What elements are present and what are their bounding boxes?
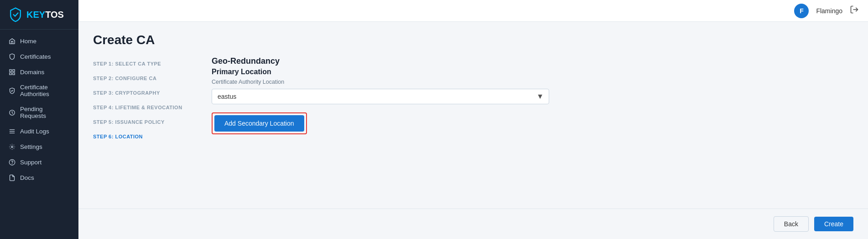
sidebar-item-support[interactable]: Support: [0, 154, 78, 170]
step-1: STEP 1: SELECT CA TYPE: [93, 56, 184, 71]
sidebar-item-docs[interactable]: Docs: [0, 170, 78, 185]
sidebar-item-label: Certificates: [20, 53, 51, 60]
sidebar-item-audit-logs[interactable]: Audit Logs: [0, 123, 78, 139]
clock-icon: [8, 109, 16, 116]
main-content: F Flamingo Create CA STEP 1: SELECT CA T…: [78, 0, 868, 239]
step-6: STEP 6: LOCATION: [93, 129, 184, 144]
svg-rect-2: [9, 72, 11, 74]
sidebar-item-home[interactable]: Home: [0, 33, 78, 49]
add-secondary-highlight-border: Add Secondary Location: [212, 112, 307, 134]
form-layout: STEP 1: SELECT CA TYPE STEP 2: CONFIGURE…: [93, 56, 853, 144]
form-section: Geo-Redundancy Primary Location Certific…: [212, 56, 558, 144]
logout-icon[interactable]: [850, 5, 859, 16]
sidebar-item-label: Pending Requests: [20, 106, 70, 119]
sidebar-item-certificate-authorities[interactable]: Certificate Authorities: [0, 80, 78, 102]
gear-icon: [8, 143, 16, 150]
topbar: F Flamingo: [78, 0, 868, 22]
field-label: Certificate Authority Location: [212, 79, 558, 85]
logo: KEYTOS: [0, 0, 78, 30]
steps-column: STEP 1: SELECT CA TYPE STEP 2: CONFIGURE…: [93, 56, 184, 144]
shield-icon: [8, 53, 16, 60]
subsection-title: Primary Location: [212, 68, 558, 76]
home-icon: [8, 37, 16, 45]
sidebar-item-domains[interactable]: Domains: [0, 64, 78, 80]
page-content: Create CA STEP 1: SELECT CA TYPE STEP 2:…: [78, 22, 868, 208]
sidebar-item-label: Domains: [20, 69, 44, 76]
svg-rect-0: [9, 69, 11, 71]
section-title: Geo-Redundancy: [212, 56, 558, 66]
step-4: STEP 4: LIFETIME & REVOCATION: [93, 100, 184, 115]
sidebar-item-label: Certificate Authorities: [20, 84, 70, 97]
add-secondary-location-button[interactable]: Add Secondary Location: [214, 115, 304, 132]
back-button[interactable]: Back: [774, 216, 809, 232]
sidebar-item-label: Docs: [20, 174, 34, 181]
location-select[interactable]: eastus westus eastus2 westus2 centralus …: [212, 89, 549, 104]
logo-text: KEYTOS: [26, 10, 64, 20]
step-2: STEP 2: CONFIGURE CA: [93, 71, 184, 86]
sidebar-item-certificates[interactable]: Certificates: [0, 49, 78, 64]
bottom-actions: Back Create: [78, 208, 868, 239]
svg-rect-3: [12, 72, 14, 74]
svg-point-8: [11, 146, 13, 147]
svg-point-10: [12, 163, 12, 164]
sidebar-item-label: Home: [20, 38, 36, 45]
location-select-wrapper: eastus westus eastus2 westus2 centralus …: [212, 89, 549, 104]
page-title: Create CA: [93, 33, 853, 47]
help-icon: [8, 158, 16, 166]
create-button[interactable]: Create: [814, 217, 853, 231]
svg-rect-1: [12, 69, 14, 71]
step-3: STEP 3: CRYPTOGRAPHY: [93, 86, 184, 100]
sidebar-item-label: Support: [20, 159, 42, 166]
sidebar-item-pending-requests[interactable]: Pending Requests: [0, 102, 78, 123]
grid-icon: [8, 68, 16, 76]
sidebar-item-label: Settings: [20, 143, 42, 150]
user-name: Flamingo: [816, 7, 842, 15]
sidebar-nav: Home Certificates Domains Certificate Au…: [0, 30, 78, 239]
step-5: STEP 5: ISSUANCE POLICY: [93, 115, 184, 129]
user-avatar: F: [794, 4, 809, 18]
sidebar-item-settings[interactable]: Settings: [0, 139, 78, 154]
sidebar: KEYTOS Home Certificates Domains: [0, 0, 78, 239]
list-icon: [8, 127, 16, 135]
sidebar-item-label: Audit Logs: [20, 128, 49, 135]
shield-check-icon: [8, 87, 16, 94]
file-icon: [8, 174, 16, 181]
